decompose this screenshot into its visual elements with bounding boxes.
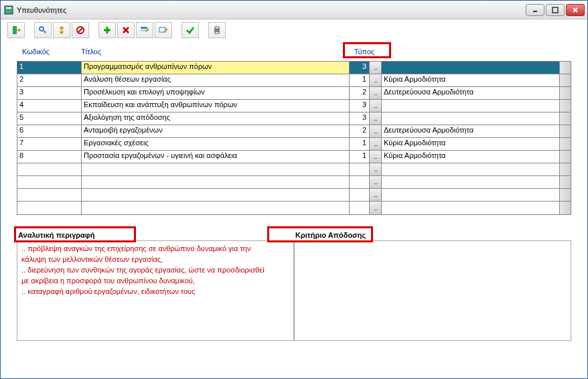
scrollbar[interactable] (560, 112, 571, 125)
cell-responsibility[interactable]: Κύρια Αρμοδιότητα (382, 74, 560, 86)
cell-title[interactable]: Προσέλκυση και επιλογή υποψηφίων (82, 87, 350, 99)
cell-type[interactable]: 3 (350, 100, 370, 112)
table-row-empty[interactable]: ... (17, 202, 571, 214)
cell-title[interactable]: Εργασιακές σχέσεις (82, 138, 350, 150)
refresh-button[interactable] (53, 22, 70, 38)
lookup-button[interactable]: ... (370, 189, 382, 201)
cell-responsibility[interactable] (382, 62, 560, 74)
lookup-button[interactable]: ... (370, 176, 382, 188)
cell-type[interactable]: 3 (350, 62, 370, 74)
cell-code[interactable]: 7 (17, 138, 82, 150)
table-row-empty[interactable]: ... (17, 176, 571, 189)
lookup-button[interactable]: ... (370, 74, 382, 86)
cell-responsibility[interactable] (382, 176, 560, 188)
lookup-button[interactable]: ... (370, 100, 382, 112)
cell-type[interactable]: 2 (350, 87, 370, 99)
cell-responsibility[interactable]: Κύρια Αρμοδιότητα (382, 138, 560, 150)
table-row-empty[interactable]: ... (17, 189, 571, 202)
table-row[interactable]: 1Προγραμματισμός ανθρωπίνων πόρων3... (17, 62, 571, 74)
cell-responsibility[interactable]: Δευτερεύουσα Αρμοδιότητα (382, 125, 560, 137)
cell-title[interactable]: Προστασία εργαζομένων - υγιεινή και ασφά… (82, 151, 350, 163)
cell-responsibility[interactable]: Δευτερεύουσα Αρμοδιότητα (382, 87, 560, 99)
lookup-button[interactable]: ... (370, 87, 382, 99)
edit-row-button[interactable] (136, 22, 153, 38)
cell-responsibility[interactable] (382, 189, 560, 201)
cell-code[interactable]: 4 (17, 100, 82, 112)
cell-type[interactable]: 1 (350, 74, 370, 86)
cell-code[interactable] (17, 176, 82, 188)
cell-code[interactable]: 6 (17, 125, 82, 137)
table-row[interactable]: 6Ανταμοιβή εργαζομένων2...Δευτερεύουσα Α… (17, 125, 571, 138)
cell-title[interactable] (82, 202, 350, 214)
cancel-button[interactable] (72, 22, 89, 38)
cell-responsibility[interactable] (382, 163, 560, 175)
confirm-button[interactable] (181, 22, 199, 38)
cell-type[interactable]: 3 (350, 112, 370, 125)
minimize-button[interactable] (526, 4, 544, 16)
cell-code[interactable]: 3 (17, 87, 82, 99)
scrollbar[interactable] (560, 100, 571, 112)
cell-type[interactable] (350, 163, 370, 175)
delete-button[interactable] (117, 22, 135, 38)
lookup-button[interactable]: ... (370, 125, 382, 137)
maximize-button[interactable] (546, 4, 565, 16)
cell-title[interactable]: Ανταμοιβή εργαζομένων (82, 125, 350, 137)
cell-title[interactable] (82, 163, 350, 175)
cell-title[interactable]: Ανάλυση θέσεων εργασίας (82, 74, 350, 86)
table-row-empty[interactable]: ... (17, 163, 571, 176)
table-row[interactable]: 3Προσέλκυση και επιλογή υποψηφίων2...Δευ… (17, 87, 571, 100)
col-header-title[interactable]: Τίτλος (81, 48, 349, 60)
table-row[interactable]: 4Εκπαίδευση και ανάπτυξη ανθρωπίνων πόρω… (17, 100, 571, 112)
scrollbar[interactable] (560, 163, 571, 175)
cell-type[interactable]: 1 (350, 151, 370, 163)
cell-code[interactable]: 1 (17, 62, 82, 74)
cell-responsibility[interactable]: Κύρια Αρμοδιότητα (382, 151, 560, 163)
scrollbar[interactable] (560, 189, 571, 201)
print-button[interactable] (208, 22, 226, 38)
cell-responsibility[interactable] (382, 112, 560, 125)
scrollbar[interactable] (560, 74, 571, 86)
scrollbar[interactable] (560, 138, 571, 150)
cell-responsibility[interactable] (382, 202, 560, 214)
data-grid[interactable]: 1Προγραμματισμός ανθρωπίνων πόρων3...2Αν… (17, 61, 571, 215)
lookup-button[interactable]: ... (370, 138, 382, 150)
cell-code[interactable] (17, 163, 82, 175)
cell-type[interactable]: 2 (350, 125, 370, 137)
lookup-button[interactable]: ... (370, 151, 382, 163)
cell-responsibility[interactable] (382, 100, 560, 112)
scrollbar[interactable] (560, 125, 571, 137)
cell-type[interactable] (350, 202, 370, 214)
cell-title[interactable]: Εκπαίδευση και ανάπτυξη ανθρωπίνων πόρων (82, 100, 350, 112)
description-text[interactable]: .. πρόβλεψη αναγκών της επιχείρησης σε α… (17, 240, 294, 341)
lookup-button[interactable]: ... (370, 202, 382, 214)
close-button[interactable] (566, 4, 585, 16)
cell-code[interactable] (17, 189, 82, 201)
cell-title[interactable] (82, 176, 350, 188)
cell-type[interactable]: 1 (350, 138, 370, 150)
find-button[interactable]: ? (34, 22, 52, 38)
scrollbar[interactable] (560, 151, 571, 163)
table-row[interactable]: 7Εργασιακές σχέσεις1...Κύρια Αρμοδιότητα (17, 138, 571, 151)
scrollbar[interactable] (560, 202, 571, 214)
add-button[interactable] (98, 22, 116, 38)
exit-button[interactable] (7, 22, 25, 38)
scrollbar[interactable] (560, 62, 571, 74)
cell-code[interactable] (17, 202, 82, 214)
cell-title[interactable]: Αξιολόγηση της απόδοσης (82, 112, 350, 125)
lookup-button[interactable]: ... (370, 62, 382, 74)
scrollbar[interactable] (560, 176, 571, 188)
table-row[interactable]: 5Αξιολόγηση της απόδοσης3... (17, 112, 571, 125)
cell-type[interactable] (350, 176, 370, 188)
cell-code[interactable]: 5 (17, 112, 82, 125)
edit-cell-button[interactable] (155, 22, 172, 38)
col-header-code[interactable]: Κωδικός (17, 48, 81, 60)
scrollbar[interactable] (560, 87, 571, 99)
cell-code[interactable]: 2 (17, 74, 82, 86)
cell-type[interactable] (350, 189, 370, 201)
lookup-button[interactable]: ... (370, 163, 382, 175)
cell-title[interactable]: Προγραμματισμός ανθρωπίνων πόρων (82, 62, 350, 74)
table-row[interactable]: 8Προστασία εργαζομένων - υγιεινή και ασφ… (17, 151, 571, 163)
lookup-button[interactable]: ... (370, 112, 382, 125)
cell-title[interactable] (82, 189, 350, 201)
col-header-type[interactable]: Τύπος (349, 48, 380, 60)
